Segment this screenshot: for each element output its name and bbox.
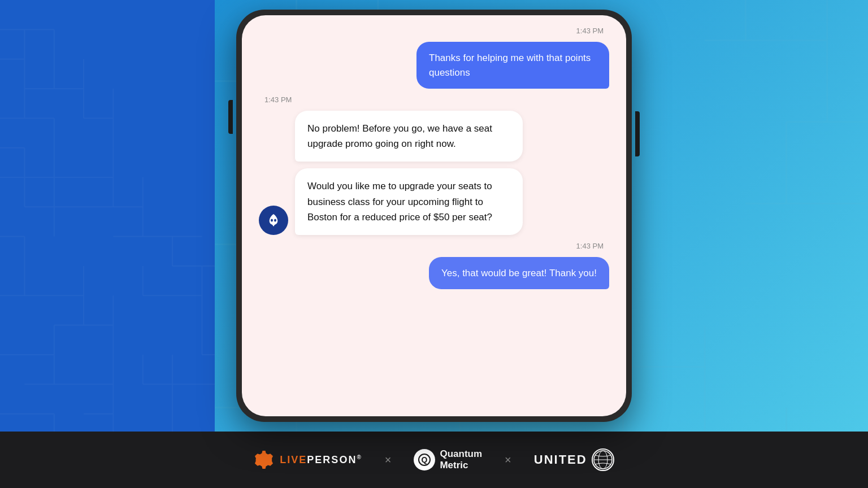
svg-text:Q: Q [422, 455, 428, 464]
timestamp-1: 1:43 PM [259, 27, 609, 35]
separator-1: × [385, 454, 392, 467]
bot-bubble-2: Would you like me to upgrade your seats … [295, 168, 523, 235]
qm-line1: Quantum [440, 448, 482, 460]
chat-container: 1:43 PM Thanks for helping me with that … [242, 15, 626, 416]
svg-point-44 [274, 219, 276, 221]
united-globe-icon [592, 448, 614, 471]
bot-message-row-1: No problem! Before you go, we have a sea… [259, 111, 609, 162]
qm-text: Quantum Metric [440, 448, 482, 472]
timestamp-3: 1:43 PM [259, 242, 609, 250]
united-text: UNITED [534, 452, 587, 467]
svg-point-43 [271, 219, 273, 221]
qm-line2: Metric [440, 460, 482, 471]
user-message-row-2: Yes, that would be great! Thank you! [259, 257, 609, 290]
bot-bubble-1: No problem! Before you go, we have a sea… [295, 111, 523, 162]
bg-left [0, 0, 215, 432]
maze-pattern-left [0, 0, 215, 432]
bot-avatar [259, 206, 288, 235]
user-bubble-2: Yes, that would be great! Thank you! [429, 257, 609, 290]
user-bubble-1: Thanks for helping me with that points q… [416, 42, 609, 89]
qm-icon: Q [414, 449, 435, 470]
phone-screen: 1:43 PM Thanks for helping me with that … [242, 15, 626, 416]
main-area: 1:43 PM Thanks for helping me with that … [0, 0, 868, 432]
united-logo: UNITED [534, 448, 614, 471]
liveperson-logo: LIVEPERSON® [254, 450, 362, 470]
liveperson-gear-icon [254, 450, 274, 470]
user-message-row-1: Thanks for helping me with that points q… [259, 42, 609, 89]
bot-message-row-2: Would you like me to upgrade your seats … [259, 168, 609, 235]
timestamp-2: 1:43 PM [259, 95, 609, 104]
quantum-metric-logo: Q Quantum Metric [414, 448, 482, 472]
phone-wrapper: 1:43 PM Thanks for helping me with that … [236, 10, 632, 422]
phone-device: 1:43 PM Thanks for helping me with that … [236, 10, 632, 422]
separator-2: × [505, 454, 511, 467]
liveperson-text: LIVEPERSON® [280, 454, 362, 466]
footer-bar: LIVEPERSON® × Q Quantum Metric × UNITED [0, 432, 868, 488]
